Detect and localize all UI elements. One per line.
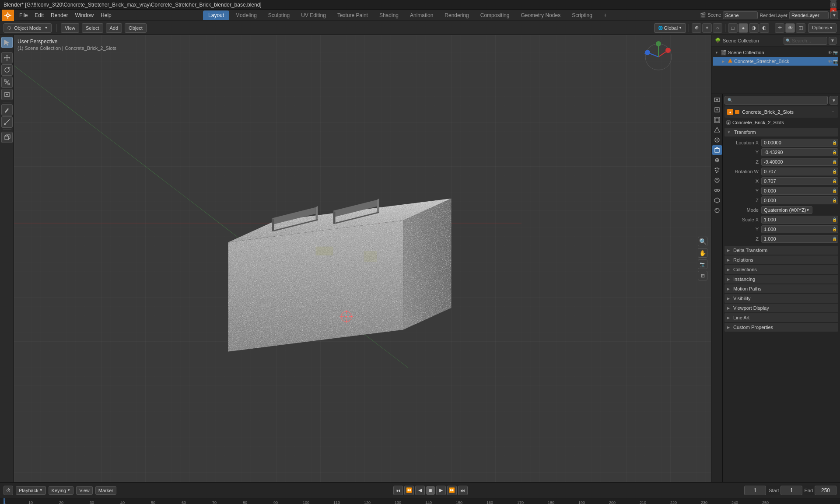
outliner-scene-collection[interactable]: ▼ 🎬 Scene Collection 👁 📷 [713, 48, 838, 57]
rendered-shading[interactable]: ◐ [760, 23, 769, 33]
tab-layout[interactable]: Layout [203, 10, 229, 20]
playback-menu[interactable]: Playback ▼ [16, 486, 46, 495]
scale-y-lock[interactable]: 🔒 [832, 227, 837, 231]
obj-name-extra-btn[interactable]: ⋯ [829, 108, 836, 116]
vis-render[interactable]: 📷 [833, 50, 838, 55]
menu-edit[interactable]: Edit [31, 10, 47, 21]
tab-scripting[interactable]: Scripting [567, 10, 598, 20]
tool-measure[interactable] [1, 116, 13, 128]
scale-x-value[interactable]: 1.000 🔒 [761, 216, 838, 224]
tool-scale[interactable] [1, 77, 13, 88]
tool-annotate[interactable] [1, 104, 13, 116]
transform-space[interactable]: 🌐 Global ▼ [654, 23, 686, 33]
zoom-in-btn[interactable]: 🔍 [698, 237, 707, 246]
delta-transform-section[interactable]: ▶ Delta Transform [724, 246, 838, 255]
motion-paths-section[interactable]: ▶ Motion Paths [724, 284, 838, 293]
relations-section[interactable]: ▶ Relations [724, 256, 838, 264]
material-shading[interactable]: ◑ [749, 23, 759, 33]
location-y-lock[interactable]: 🔒 [832, 150, 837, 154]
vis-eye[interactable]: 👁 [828, 50, 832, 55]
tool-add-cube[interactable] [1, 132, 13, 143]
line-art-section[interactable]: ▶ Line Art [724, 313, 838, 322]
timeline-type-icon[interactable]: ⏱ [4, 486, 13, 495]
step-back-btn[interactable]: ⏪ [404, 486, 414, 495]
tab-geometry-nodes[interactable]: Geometry Nodes [515, 10, 566, 20]
frame-ruler[interactable]: 1 10 20 30 40 50 60 70 80 90 [0, 498, 840, 504]
viewport-display-section[interactable]: ▶ Viewport Display [724, 304, 838, 312]
solid-shading[interactable]: ● [738, 23, 748, 33]
mode-selector[interactable]: ⬡ Object Mode ▼ [4, 23, 52, 33]
proportional-edit[interactable]: ○ [713, 23, 722, 33]
marker-menu[interactable]: Marker [95, 486, 116, 495]
play-btn[interactable]: ▶ [436, 486, 446, 495]
tab-texture-paint[interactable]: Texture Paint [332, 10, 373, 20]
props-filter-btn[interactable]: ▼ [830, 96, 838, 105]
tool-select[interactable] [1, 37, 13, 48]
prop-scene-icon[interactable] [712, 125, 722, 135]
show-gizmos[interactable]: ✛ [775, 23, 784, 33]
snapping-toggle[interactable]: ⌖ [702, 23, 712, 33]
tool-rotate[interactable] [1, 64, 13, 76]
prop-viewlayer-icon[interactable] [712, 115, 722, 125]
tab-uv-editing[interactable]: UV Editing [296, 10, 331, 20]
location-z-lock[interactable]: 🔒 [832, 160, 837, 164]
navigation-gizmo[interactable]: X Y Z [641, 39, 676, 74]
prop-render-icon[interactable] [712, 95, 722, 105]
prop-object-icon[interactable] [712, 145, 722, 155]
visibility-section[interactable]: ▶ Visibility [724, 294, 838, 303]
object-menu[interactable]: Object [125, 23, 147, 33]
tab-shading[interactable]: Shading [374, 10, 404, 20]
tab-rendering[interactable]: Rendering [439, 10, 474, 20]
current-frame-display[interactable]: 1 [744, 486, 766, 495]
rotation-z-lock[interactable]: 🔒 [832, 198, 837, 203]
prop-modifier-icon[interactable] [712, 155, 722, 165]
show-overlays[interactable]: 👁 [785, 23, 795, 33]
jump-end-btn[interactable]: ⏭ [458, 486, 468, 495]
scale-z-value[interactable]: 1.000 🔒 [761, 235, 838, 243]
outliner-filter-btn[interactable]: ▼ [829, 37, 836, 45]
transform-header[interactable]: ▼ Transform [724, 128, 838, 136]
transform-pivot[interactable]: ⊕ [692, 23, 701, 33]
rotation-w-value[interactable]: 0.707 🔒 [761, 168, 838, 175]
rotation-x-lock[interactable]: 🔒 [832, 179, 837, 183]
rotation-mode-dropdown[interactable]: Quaternion (WXYZ) ▼ [761, 206, 812, 214]
camera-btn[interactable]: 📷 [698, 259, 707, 269]
scale-z-lock[interactable]: 🔒 [832, 237, 837, 241]
tab-sculpting[interactable]: Sculpting [263, 10, 295, 20]
location-x-value[interactable]: 0.00000 🔒 [761, 139, 838, 147]
location-x-lock[interactable]: 🔒 [832, 140, 837, 145]
prop-physics-icon[interactable] [712, 175, 722, 185]
outliner-concrete-brick[interactable]: ▶ Concrete_Stretcher_Brick 👁 📷 [713, 57, 838, 66]
start-frame-input[interactable]: 1 [780, 486, 802, 495]
wireframe-shading[interactable]: □ [728, 23, 738, 33]
location-y-value[interactable]: -0.43290 🔒 [761, 148, 838, 156]
add-menu[interactable]: Add [106, 23, 122, 33]
step-forward-btn[interactable]: ⏩ [447, 486, 457, 495]
jump-start-btn[interactable]: ⏮ [393, 486, 403, 495]
prop-particles-icon[interactable] [712, 165, 722, 175]
menu-render[interactable]: Render [47, 10, 71, 21]
menu-help[interactable]: Help [97, 10, 115, 21]
props-search-input[interactable]: 🔍 [724, 96, 828, 105]
vis-render-2[interactable]: 📷 [833, 59, 838, 64]
tab-animation[interactable]: Animation [405, 10, 438, 20]
prop-material-icon[interactable] [712, 206, 722, 215]
view-menu[interactable]: View [61, 23, 79, 33]
prop-world-icon[interactable] [712, 135, 722, 145]
prop-data-icon[interactable] [712, 196, 722, 205]
timeline-view-menu[interactable]: View [76, 486, 93, 495]
keying-menu[interactable]: Keying ▼ [49, 486, 74, 495]
fly-navigate-btn[interactable]: ✋ [698, 248, 707, 258]
instancing-section[interactable]: ▶ Instancing [724, 275, 838, 284]
rotation-x-value[interactable]: 0.707 🔒 [761, 177, 838, 185]
menu-window[interactable]: Window [71, 10, 97, 21]
play-reverse-btn[interactable]: ◀ [415, 486, 425, 495]
rotation-y-lock[interactable]: 🔒 [832, 189, 837, 193]
rotation-w-lock[interactable]: 🔒 [832, 169, 837, 174]
menu-file[interactable]: File [16, 10, 31, 21]
maximize-button[interactable]: □ [830, 2, 836, 8]
custom-properties-section[interactable]: ▶ Custom Properties [724, 323, 838, 332]
options-btn[interactable]: Options ▾ [808, 23, 836, 33]
prop-output-icon[interactable] [712, 105, 722, 115]
viewport-3d[interactable]: User Perspective (1) Scene Collection | … [14, 35, 711, 482]
